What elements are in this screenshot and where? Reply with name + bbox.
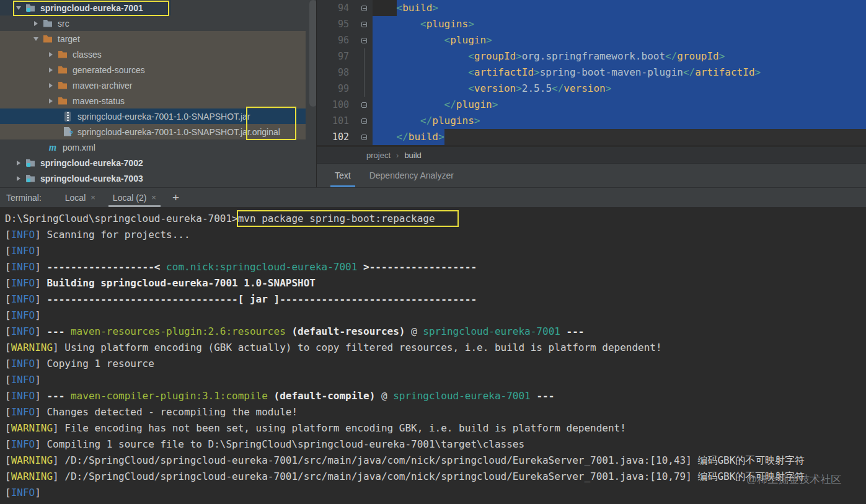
indent: [373, 129, 397, 145]
terminal-text: ---: [46, 325, 71, 337]
code-line[interactable]: 99 <version>2.5.5</version>: [317, 81, 866, 97]
line-fill: [474, 16, 866, 32]
tree-item[interactable]: springcloud-eureka-7003: [0, 170, 316, 186]
chevron-right-icon[interactable]: [30, 21, 42, 26]
tree-item[interactable]: src: [0, 15, 316, 31]
top-split: springcloud-eureka-7001srctargetclassesg…: [0, 0, 866, 187]
token: org.springframework.boot: [522, 50, 665, 62]
line-number[interactable]: 96: [317, 32, 353, 48]
indent: [373, 0, 397, 16]
tree-scrollbar[interactable]: [309, 0, 317, 107]
code-line-text[interactable]: </plugins>: [373, 113, 866, 129]
tree-item[interactable]: mpom.xml: [0, 139, 316, 155]
terminal-text: Compiling 1 source file to D:\SpringClou…: [41, 438, 524, 450]
fold-guide-line: [364, 64, 365, 81]
terminal-text: maven-resources-plugin:2.6:resources: [71, 325, 286, 337]
chevron-right-icon[interactable]: [45, 52, 57, 57]
tree-item[interactable]: generated-sources: [0, 62, 316, 77]
code-line-text[interactable]: <plugins>: [373, 16, 866, 32]
line-number[interactable]: 94: [317, 0, 353, 16]
breadcrumb-item-project[interactable]: project: [366, 151, 391, 160]
token: >: [468, 18, 474, 30]
tree-item[interactable]: springcloud-eureka-7001-1.0-SNAPSHOT.jar: [0, 108, 316, 124]
code-line[interactable]: 102 </build>: [317, 129, 866, 145]
terminal-text: [268, 390, 274, 402]
chevron-right-icon[interactable]: [45, 99, 57, 104]
chevron-down-icon[interactable]: [12, 6, 25, 10]
terminal-text: [41, 293, 47, 305]
code-line[interactable]: 98 <artifactId>spring-boot-maven-plugin<…: [317, 64, 866, 81]
bracket: ]: [35, 438, 41, 450]
code-line[interactable]: 94 <build>: [317, 0, 866, 16]
code-line[interactable]: 95 <plugins>: [317, 16, 866, 32]
terminal-tab-local-2[interactable]: Local (2) ×: [104, 188, 165, 207]
token: >: [719, 50, 725, 62]
line-number[interactable]: 102: [317, 129, 353, 145]
log-level: WARNING: [11, 454, 53, 466]
terminal-line: D:\SpringCloud\springcloud-eureka-7001>m…: [5, 211, 866, 227]
token: plugins: [432, 115, 474, 126]
code-tokens: <artifactId>spring-boot-maven-plugin</ar…: [468, 64, 761, 81]
fold-guide-line: [364, 48, 365, 64]
tree-item[interactable]: maven-status: [0, 93, 316, 108]
bracket: [: [5, 309, 11, 321]
line-number[interactable]: 99: [317, 81, 353, 97]
code-line[interactable]: 97 <groupId>org.springframework.boot</gr…: [317, 48, 866, 64]
chevron-down-icon[interactable]: [30, 37, 42, 41]
tab-dependency-analyzer[interactable]: Dependency Analyzer: [365, 164, 458, 187]
terminal-text: [286, 325, 292, 337]
new-terminal-plus-icon[interactable]: +: [172, 188, 179, 207]
close-icon[interactable]: ×: [91, 193, 95, 202]
tree-item[interactable]: ?springcloud-eureka-7001-1.0-SNAPSHOT.ja…: [0, 124, 316, 139]
terminal-line: [INFO]: [5, 485, 866, 501]
line-fill: [761, 64, 866, 81]
fold-marker-icon[interactable]: [361, 135, 367, 140]
chevron-right-icon[interactable]: [12, 176, 25, 181]
fold-marker-icon[interactable]: [361, 6, 367, 11]
fold-marker-icon[interactable]: [361, 102, 367, 108]
terminal-tab-bar: Terminal: Local × Local (2) × +: [0, 187, 866, 207]
code-line-text[interactable]: <groupId>org.springframework.boot</group…: [373, 48, 866, 64]
code-line-text[interactable]: <plugin>: [373, 32, 866, 48]
project-tree-panel[interactable]: springcloud-eureka-7001srctargetclassesg…: [0, 0, 317, 187]
gutter-fold-column: [353, 48, 373, 64]
chevron-right-icon[interactable]: [12, 161, 25, 166]
close-icon[interactable]: ×: [151, 193, 156, 202]
watermark: @稀土掘金技术社区: [746, 472, 841, 487]
terminal-tab-local[interactable]: Local ×: [56, 188, 104, 207]
code-line-text[interactable]: </plugin>: [373, 97, 866, 113]
line-number[interactable]: 97: [317, 48, 353, 64]
line-number[interactable]: 100: [317, 97, 353, 113]
code-line-text[interactable]: <artifactId>spring-boot-maven-plugin</ar…: [373, 64, 866, 81]
chevron-right-icon[interactable]: [45, 68, 57, 73]
code-line[interactable]: 101 </plugins>: [317, 113, 866, 129]
fold-marker-icon[interactable]: [361, 22, 367, 27]
line-number[interactable]: 101: [317, 113, 353, 129]
chevron-right-icon[interactable]: [45, 83, 57, 88]
fold-marker-icon[interactable]: [361, 118, 367, 124]
line-number[interactable]: 98: [317, 64, 353, 81]
editor[interactable]: 94 <build>95 <plugins>96 <plugin>97 <gro…: [317, 0, 866, 147]
code-line-text[interactable]: </build>: [373, 129, 866, 145]
tab-text[interactable]: Text: [330, 164, 355, 187]
code-line-text[interactable]: <build>: [373, 0, 866, 16]
code-line[interactable]: 96 <plugin>: [317, 32, 866, 48]
tree-item[interactable]: target: [0, 31, 316, 46]
gutter-fold-column: [353, 16, 373, 32]
terminal-text: Building springcloud-eureka-7001 1.0-SNA…: [46, 277, 315, 289]
line-fill: [480, 113, 866, 129]
tree-item[interactable]: springcloud-eureka-7001: [0, 0, 316, 15]
tree-item[interactable]: springcloud-eureka-7002: [0, 155, 316, 170]
code-line-text[interactable]: <version>2.5.5</version>: [373, 81, 866, 97]
terminal-console[interactable]: D:\SpringCloud\springcloud-eureka-7001>m…: [0, 207, 866, 504]
token: </: [683, 66, 695, 78]
terminal-line: [WARNING] /D:/SpringCloud/springcloud-eu…: [5, 453, 866, 469]
tree-item[interactable]: maven-archiver: [0, 77, 316, 93]
breadcrumb-separator-icon: ›: [396, 151, 399, 160]
code-line[interactable]: 100 </plugin>: [317, 97, 866, 113]
fold-marker-icon[interactable]: [361, 38, 367, 43]
tree-item[interactable]: classes: [0, 46, 316, 62]
breadcrumb-item-build[interactable]: build: [404, 151, 421, 160]
line-number[interactable]: 95: [317, 16, 353, 32]
tree-item-label: src: [58, 19, 69, 29]
